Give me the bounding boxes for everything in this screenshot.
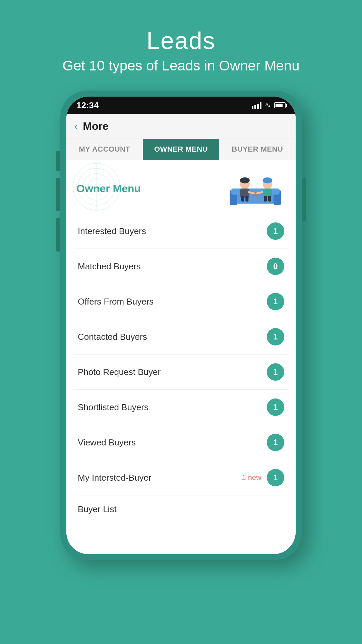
svg-rect-8 bbox=[231, 193, 280, 204]
count-badge: 1 bbox=[267, 293, 284, 310]
item-label: Contacted Buyers bbox=[78, 332, 147, 342]
item-right: 0 bbox=[267, 258, 284, 275]
count-badge: 0 bbox=[267, 258, 284, 275]
list-item[interactable]: Contacted Buyers 1 bbox=[74, 319, 288, 355]
phone-screen: 12:34 ∿ ‹ More MY ACCOUNT bbox=[66, 97, 296, 554]
list-item[interactable]: My Intersted-Buyer 1 new 1 bbox=[74, 460, 288, 495]
svg-rect-19 bbox=[264, 196, 267, 202]
item-label: Offers From Buyers bbox=[78, 297, 154, 307]
count-badge: 1 bbox=[267, 328, 284, 345]
list-item[interactable]: Buyer List bbox=[74, 495, 288, 523]
header-title: More bbox=[83, 120, 108, 132]
status-icons: ∿ bbox=[252, 101, 286, 110]
page-header: Leads Get 10 types of Leads in Owner Men… bbox=[62, 0, 299, 74]
phone-left-buttons bbox=[56, 151, 60, 252]
item-right: 1 bbox=[267, 293, 284, 310]
status-bar: 12:34 ∿ bbox=[66, 97, 296, 114]
page-subtitle: Get 10 types of Leads in Owner Menu bbox=[62, 58, 299, 74]
volume-down-button bbox=[56, 218, 60, 252]
menu-list: Interested Buyers 1 Matched Buyers 0 Off… bbox=[66, 214, 296, 523]
svg-line-25 bbox=[249, 192, 254, 194]
svg-rect-15 bbox=[245, 196, 248, 202]
tabs-bar: MY ACCOUNT OWNER MENU BUYER MENU bbox=[66, 139, 296, 160]
list-item[interactable]: Photo Request Buyer 1 bbox=[74, 355, 288, 390]
list-item[interactable]: Offers From Buyers 1 bbox=[74, 284, 288, 319]
list-item[interactable]: Matched Buyers 0 bbox=[74, 249, 288, 284]
tab-my-account[interactable]: MY ACCOUNT bbox=[66, 139, 143, 160]
new-badge: 1 new bbox=[242, 473, 261, 482]
svg-point-21 bbox=[263, 177, 273, 183]
list-item[interactable]: Shortlisted Buyers 1 bbox=[74, 390, 288, 425]
list-item[interactable]: Interested Buyers 1 bbox=[74, 214, 288, 249]
svg-line-26 bbox=[257, 192, 262, 194]
phone-frame: 12:34 ∿ ‹ More MY ACCOUNT bbox=[60, 91, 302, 560]
count-badge: 1 bbox=[267, 363, 284, 381]
count-badge: 1 bbox=[267, 222, 284, 240]
item-label: Interested Buyers bbox=[78, 226, 146, 236]
power-button bbox=[56, 151, 60, 171]
tab-owner-menu[interactable]: OWNER MENU bbox=[143, 139, 219, 160]
item-right: 1 bbox=[267, 222, 284, 240]
list-item[interactable]: Viewed Buyers 1 bbox=[74, 425, 288, 460]
page-title: Leads bbox=[62, 27, 299, 54]
phone-right-buttons bbox=[302, 178, 306, 221]
item-label: Matched Buyers bbox=[78, 261, 141, 272]
owner-menu-illustration bbox=[225, 170, 286, 207]
content-area: Owner Menu bbox=[66, 160, 296, 554]
wifi-icon: ∿ bbox=[265, 101, 271, 110]
app-header: ‹ More bbox=[66, 114, 296, 139]
svg-rect-20 bbox=[268, 196, 271, 202]
item-right: 1 bbox=[267, 434, 284, 451]
count-badge: 1 bbox=[267, 398, 284, 416]
volume-up-button bbox=[56, 178, 60, 211]
item-label: My Intersted-Buyer bbox=[78, 473, 152, 483]
owner-menu-title: Owner Menu bbox=[76, 182, 141, 195]
item-label: Buyer List bbox=[78, 504, 117, 515]
item-label: Shortlisted Buyers bbox=[78, 402, 148, 413]
owner-menu-header: Owner Menu bbox=[66, 160, 296, 214]
item-right: 1 bbox=[267, 398, 284, 416]
signal-icon bbox=[252, 102, 261, 109]
svg-point-16 bbox=[240, 177, 250, 183]
back-button[interactable]: ‹ bbox=[74, 121, 77, 132]
count-badge: 1 bbox=[267, 434, 284, 451]
item-label: Viewed Buyers bbox=[78, 437, 136, 448]
item-right: 1 new 1 bbox=[242, 469, 284, 486]
item-label: Photo Request Buyer bbox=[78, 367, 161, 377]
right-button bbox=[302, 178, 306, 221]
item-right: 1 bbox=[267, 363, 284, 381]
tab-buyer-menu[interactable]: BUYER MENU bbox=[219, 139, 296, 160]
item-right: 1 bbox=[267, 328, 284, 345]
svg-rect-14 bbox=[241, 196, 244, 202]
people-illustration bbox=[225, 170, 286, 207]
status-time: 12:34 bbox=[76, 100, 99, 111]
count-badge: 1 bbox=[267, 469, 284, 486]
battery-icon bbox=[274, 102, 286, 108]
